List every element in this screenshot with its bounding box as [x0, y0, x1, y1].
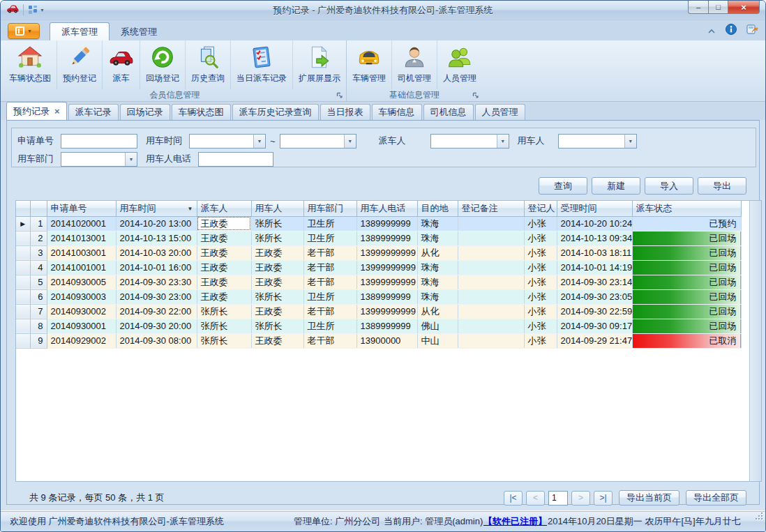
last-page-button[interactable]: >|	[594, 491, 613, 506]
grid-cell[interactable]: 2014-09-30 08:00	[116, 333, 197, 348]
new-button[interactable]: 新建	[592, 177, 640, 195]
status-cell[interactable]: 已回场	[632, 260, 741, 275]
row-number[interactable]: 8	[30, 319, 47, 333]
grid-cell[interactable]: 1389999999	[356, 216, 417, 231]
grid-cell[interactable]: 小张	[524, 319, 557, 333]
next-page-button[interactable]: >	[571, 491, 590, 506]
dept-combo[interactable]: ▼	[61, 152, 137, 167]
grid-cell[interactable]: 王政委	[197, 275, 251, 289]
license-link[interactable]: 【软件已注册】	[483, 511, 547, 532]
column-header[interactable]: 登记人	[524, 201, 557, 216]
grid-cell[interactable]: 小张	[524, 289, 557, 304]
doc-tab[interactable]: 车辆信息	[372, 104, 422, 120]
status-cell[interactable]: 已回场	[632, 231, 741, 245]
row-number[interactable]: 1	[30, 216, 47, 231]
grid-cell[interactable]: 张所长	[251, 289, 303, 304]
row-number[interactable]: 5	[30, 275, 47, 289]
export-all-pages-button[interactable]: 导出全部页	[686, 490, 746, 506]
vertical-scrollbar[interactable]	[750, 200, 762, 482]
vehicle-management-button[interactable]: 车辆管理	[347, 40, 391, 89]
grid-cell[interactable]: 王政委	[197, 260, 251, 275]
export-current-page-button[interactable]: 导出当前页	[619, 490, 679, 506]
app-menu-button[interactable]: ▼	[8, 23, 40, 39]
grid-cell[interactable]: 2014-10-01 14:19	[557, 260, 632, 275]
grid-cell[interactable]: 从化	[417, 245, 458, 260]
column-header[interactable]: 用车部门	[303, 201, 356, 216]
car-user-combo[interactable]: ▼	[558, 134, 637, 149]
use-time-from-combo[interactable]: ▼	[189, 134, 266, 149]
grid-cell[interactable]	[458, 260, 524, 275]
tab-close-icon[interactable]: ×	[54, 107, 60, 116]
grid-cell[interactable]: 2014-09-30 22:00	[116, 304, 197, 319]
grid-cell[interactable]: 珠海	[417, 216, 458, 231]
query-button[interactable]: 查询	[539, 177, 587, 195]
row-indicator[interactable]	[16, 231, 30, 245]
grid-cell[interactable]: 王政委	[251, 260, 303, 275]
info-icon[interactable]	[726, 24, 737, 38]
dispatch-button[interactable]: 派车	[102, 40, 140, 89]
grid-cell[interactable]	[458, 275, 524, 289]
personnel-management-button[interactable]: 人员管理	[437, 40, 482, 89]
grid-cell[interactable]: 20141013001	[47, 231, 116, 245]
grid-cell[interactable]: 小张	[524, 304, 557, 319]
doc-tab[interactable]: 当日报表	[320, 104, 370, 120]
chevron-down-icon[interactable]: ▼	[253, 135, 265, 148]
grid-cell[interactable]: 2014-10-03 18:11	[557, 245, 632, 260]
grid-cell[interactable]: 2014-10-01 16:00	[116, 260, 197, 275]
grid-cell[interactable]: 13999999999	[356, 275, 417, 289]
grid-cell[interactable]: 2014-09-30 23:05	[557, 289, 632, 304]
row-number[interactable]: 4	[30, 260, 47, 275]
title-bar[interactable]: ▼ 预约记录 - 广州爱奇迪软件科技有限公司-派车管理系统 – □ ×	[1, 1, 765, 20]
status-cell[interactable]: 已回场	[632, 319, 741, 333]
return-register-button[interactable]: 回场登记	[140, 40, 185, 89]
dialog-launcher-icon[interactable]	[472, 91, 479, 101]
row-number[interactable]: 7	[30, 304, 47, 319]
grid-cell[interactable]: 20140930001	[47, 319, 116, 333]
grid-cell[interactable]: 20140930003	[47, 289, 116, 304]
minimize-button[interactable]: –	[688, 1, 709, 14]
row-indicator[interactable]	[16, 245, 30, 260]
row-indicator[interactable]	[16, 289, 30, 304]
grid-cell[interactable]: 张所长	[197, 333, 251, 348]
row-indicator[interactable]: ▶	[16, 216, 30, 231]
grid-cell[interactable]: 2014-10-13 09:34	[557, 231, 632, 245]
doc-tab[interactable]: 车辆状态图	[172, 104, 231, 120]
grid-cell[interactable]: 老干部	[303, 245, 356, 260]
export-button[interactable]: 导出	[698, 177, 746, 195]
status-cell[interactable]: 已取消	[632, 333, 741, 348]
grid-cell[interactable]: 20140930002	[47, 304, 116, 319]
maximize-button[interactable]: □	[709, 1, 728, 14]
doc-tab[interactable]: 派车记录	[68, 104, 119, 120]
ribbon-tab-dispatch[interactable]: 派车管理	[50, 22, 110, 40]
grid-cell[interactable]: 王政委	[251, 275, 303, 289]
row-indicator[interactable]	[16, 319, 30, 333]
grid-cell[interactable]: 20141001001	[47, 260, 116, 275]
row-number[interactable]: 9	[30, 333, 47, 348]
grid-cell[interactable]: 从化	[417, 304, 458, 319]
status-cell[interactable]: 已回场	[632, 275, 741, 289]
grid-cell[interactable]: 卫生所	[303, 216, 356, 231]
grid-cell[interactable]: 王政委	[197, 231, 251, 245]
history-query-button[interactable]: 历史查询	[185, 40, 230, 89]
grid-cell[interactable]: 20141020001	[47, 216, 116, 231]
column-header[interactable]: 用车人电话	[356, 201, 417, 216]
chevron-down-icon[interactable]: ▼	[344, 135, 356, 148]
grid-cell[interactable]: 珠海	[417, 260, 458, 275]
grid-cell[interactable]: 小张	[524, 216, 557, 231]
grid-cell[interactable]	[458, 245, 524, 260]
grid-cell[interactable]: 王政委	[251, 333, 303, 348]
grid-cell[interactable]: 20140929002	[47, 333, 116, 348]
apply-no-input[interactable]	[61, 134, 137, 149]
chevron-down-icon[interactable]: ▼	[624, 135, 636, 148]
grid-cell[interactable]: 小张	[524, 231, 557, 245]
reservation-register-button[interactable]: 预约登记	[57, 40, 102, 89]
grid-cell[interactable]: 王政委	[197, 245, 251, 260]
doc-tab[interactable]: 人员管理	[475, 104, 525, 120]
grid-cell[interactable]	[458, 333, 524, 348]
grid-cell[interactable]: 13999999999	[356, 260, 417, 275]
column-header[interactable]: 用车人	[251, 201, 303, 216]
row-indicator[interactable]	[16, 275, 30, 289]
grid-cell[interactable]: 2014-09-30 20:00	[116, 319, 197, 333]
chevron-down-icon[interactable]: ▼	[125, 153, 137, 166]
doc-tab[interactable]: 预约记录×	[6, 102, 67, 120]
